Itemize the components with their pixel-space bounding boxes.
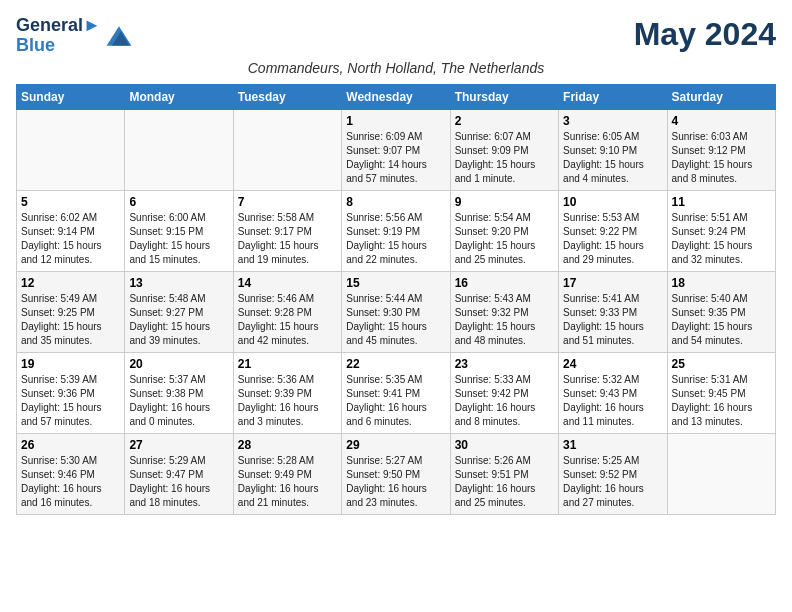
calendar-cell: 13Sunrise: 5:48 AM Sunset: 9:27 PM Dayli… [125, 271, 233, 352]
day-info: Sunrise: 5:46 AM Sunset: 9:28 PM Dayligh… [238, 292, 337, 348]
calendar-cell: 1Sunrise: 6:09 AM Sunset: 9:07 PM Daylig… [342, 109, 450, 190]
calendar-cell: 2Sunrise: 6:07 AM Sunset: 9:09 PM Daylig… [450, 109, 558, 190]
logo-text: General►Blue [16, 16, 101, 56]
day-number: 20 [129, 357, 228, 371]
calendar-cell: 21Sunrise: 5:36 AM Sunset: 9:39 PM Dayli… [233, 352, 341, 433]
week-row-3: 12Sunrise: 5:49 AM Sunset: 9:25 PM Dayli… [17, 271, 776, 352]
day-number: 27 [129, 438, 228, 452]
calendar-cell: 26Sunrise: 5:30 AM Sunset: 9:46 PM Dayli… [17, 433, 125, 514]
calendar-cell: 9Sunrise: 5:54 AM Sunset: 9:20 PM Daylig… [450, 190, 558, 271]
logo: General►Blue [16, 16, 135, 56]
week-row-5: 26Sunrise: 5:30 AM Sunset: 9:46 PM Dayli… [17, 433, 776, 514]
calendar-cell: 31Sunrise: 5:25 AM Sunset: 9:52 PM Dayli… [559, 433, 667, 514]
calendar-cell: 10Sunrise: 5:53 AM Sunset: 9:22 PM Dayli… [559, 190, 667, 271]
calendar-cell: 5Sunrise: 6:02 AM Sunset: 9:14 PM Daylig… [17, 190, 125, 271]
day-header-saturday: Saturday [667, 84, 775, 109]
day-info: Sunrise: 5:54 AM Sunset: 9:20 PM Dayligh… [455, 211, 554, 267]
day-info: Sunrise: 6:00 AM Sunset: 9:15 PM Dayligh… [129, 211, 228, 267]
day-info: Sunrise: 5:29 AM Sunset: 9:47 PM Dayligh… [129, 454, 228, 510]
day-number: 30 [455, 438, 554, 452]
calendar-cell [667, 433, 775, 514]
logo-icon [103, 22, 135, 50]
day-number: 6 [129, 195, 228, 209]
day-info: Sunrise: 5:43 AM Sunset: 9:32 PM Dayligh… [455, 292, 554, 348]
day-header-tuesday: Tuesday [233, 84, 341, 109]
day-info: Sunrise: 5:41 AM Sunset: 9:33 PM Dayligh… [563, 292, 662, 348]
day-info: Sunrise: 5:40 AM Sunset: 9:35 PM Dayligh… [672, 292, 771, 348]
calendar-cell: 3Sunrise: 6:05 AM Sunset: 9:10 PM Daylig… [559, 109, 667, 190]
day-number: 29 [346, 438, 445, 452]
day-header-monday: Monday [125, 84, 233, 109]
calendar-cell [233, 109, 341, 190]
calendar-cell: 20Sunrise: 5:37 AM Sunset: 9:38 PM Dayli… [125, 352, 233, 433]
day-info: Sunrise: 5:32 AM Sunset: 9:43 PM Dayligh… [563, 373, 662, 429]
day-number: 5 [21, 195, 120, 209]
day-number: 18 [672, 276, 771, 290]
calendar-cell [17, 109, 125, 190]
day-number: 25 [672, 357, 771, 371]
calendar-table: SundayMondayTuesdayWednesdayThursdayFrid… [16, 84, 776, 515]
calendar-cell: 4Sunrise: 6:03 AM Sunset: 9:12 PM Daylig… [667, 109, 775, 190]
calendar-cell: 28Sunrise: 5:28 AM Sunset: 9:49 PM Dayli… [233, 433, 341, 514]
calendar-cell [125, 109, 233, 190]
day-number: 24 [563, 357, 662, 371]
day-number: 31 [563, 438, 662, 452]
day-info: Sunrise: 6:05 AM Sunset: 9:10 PM Dayligh… [563, 130, 662, 186]
day-info: Sunrise: 5:39 AM Sunset: 9:36 PM Dayligh… [21, 373, 120, 429]
day-info: Sunrise: 5:37 AM Sunset: 9:38 PM Dayligh… [129, 373, 228, 429]
day-info: Sunrise: 5:30 AM Sunset: 9:46 PM Dayligh… [21, 454, 120, 510]
page-header: General►Blue May 2024 [16, 16, 776, 56]
day-number: 21 [238, 357, 337, 371]
day-number: 12 [21, 276, 120, 290]
day-info: Sunrise: 5:25 AM Sunset: 9:52 PM Dayligh… [563, 454, 662, 510]
day-info: Sunrise: 6:02 AM Sunset: 9:14 PM Dayligh… [21, 211, 120, 267]
day-number: 14 [238, 276, 337, 290]
day-info: Sunrise: 5:58 AM Sunset: 9:17 PM Dayligh… [238, 211, 337, 267]
calendar-cell: 18Sunrise: 5:40 AM Sunset: 9:35 PM Dayli… [667, 271, 775, 352]
day-info: Sunrise: 5:48 AM Sunset: 9:27 PM Dayligh… [129, 292, 228, 348]
day-info: Sunrise: 6:07 AM Sunset: 9:09 PM Dayligh… [455, 130, 554, 186]
calendar-header-row: SundayMondayTuesdayWednesdayThursdayFrid… [17, 84, 776, 109]
day-number: 8 [346, 195, 445, 209]
day-number: 10 [563, 195, 662, 209]
day-number: 9 [455, 195, 554, 209]
day-number: 2 [455, 114, 554, 128]
day-info: Sunrise: 5:56 AM Sunset: 9:19 PM Dayligh… [346, 211, 445, 267]
calendar-cell: 22Sunrise: 5:35 AM Sunset: 9:41 PM Dayli… [342, 352, 450, 433]
calendar-cell: 8Sunrise: 5:56 AM Sunset: 9:19 PM Daylig… [342, 190, 450, 271]
day-number: 4 [672, 114, 771, 128]
calendar-cell: 15Sunrise: 5:44 AM Sunset: 9:30 PM Dayli… [342, 271, 450, 352]
calendar-cell: 11Sunrise: 5:51 AM Sunset: 9:24 PM Dayli… [667, 190, 775, 271]
day-header-thursday: Thursday [450, 84, 558, 109]
day-info: Sunrise: 5:35 AM Sunset: 9:41 PM Dayligh… [346, 373, 445, 429]
day-header-wednesday: Wednesday [342, 84, 450, 109]
day-info: Sunrise: 6:09 AM Sunset: 9:07 PM Dayligh… [346, 130, 445, 186]
day-info: Sunrise: 5:36 AM Sunset: 9:39 PM Dayligh… [238, 373, 337, 429]
calendar-cell: 30Sunrise: 5:26 AM Sunset: 9:51 PM Dayli… [450, 433, 558, 514]
calendar-cell: 6Sunrise: 6:00 AM Sunset: 9:15 PM Daylig… [125, 190, 233, 271]
day-info: Sunrise: 5:28 AM Sunset: 9:49 PM Dayligh… [238, 454, 337, 510]
day-info: Sunrise: 5:44 AM Sunset: 9:30 PM Dayligh… [346, 292, 445, 348]
day-number: 13 [129, 276, 228, 290]
day-number: 28 [238, 438, 337, 452]
day-info: Sunrise: 5:31 AM Sunset: 9:45 PM Dayligh… [672, 373, 771, 429]
day-number: 15 [346, 276, 445, 290]
day-number: 23 [455, 357, 554, 371]
calendar-cell: 27Sunrise: 5:29 AM Sunset: 9:47 PM Dayli… [125, 433, 233, 514]
day-info: Sunrise: 5:33 AM Sunset: 9:42 PM Dayligh… [455, 373, 554, 429]
week-row-4: 19Sunrise: 5:39 AM Sunset: 9:36 PM Dayli… [17, 352, 776, 433]
day-info: Sunrise: 5:53 AM Sunset: 9:22 PM Dayligh… [563, 211, 662, 267]
calendar-subtitle: Commandeurs, North Holland, The Netherla… [16, 60, 776, 76]
day-info: Sunrise: 5:26 AM Sunset: 9:51 PM Dayligh… [455, 454, 554, 510]
calendar-cell: 17Sunrise: 5:41 AM Sunset: 9:33 PM Dayli… [559, 271, 667, 352]
day-info: Sunrise: 6:03 AM Sunset: 9:12 PM Dayligh… [672, 130, 771, 186]
calendar-cell: 12Sunrise: 5:49 AM Sunset: 9:25 PM Dayli… [17, 271, 125, 352]
day-number: 16 [455, 276, 554, 290]
day-number: 19 [21, 357, 120, 371]
calendar-cell: 7Sunrise: 5:58 AM Sunset: 9:17 PM Daylig… [233, 190, 341, 271]
day-number: 7 [238, 195, 337, 209]
day-number: 11 [672, 195, 771, 209]
week-row-1: 1Sunrise: 6:09 AM Sunset: 9:07 PM Daylig… [17, 109, 776, 190]
day-header-friday: Friday [559, 84, 667, 109]
calendar-cell: 14Sunrise: 5:46 AM Sunset: 9:28 PM Dayli… [233, 271, 341, 352]
